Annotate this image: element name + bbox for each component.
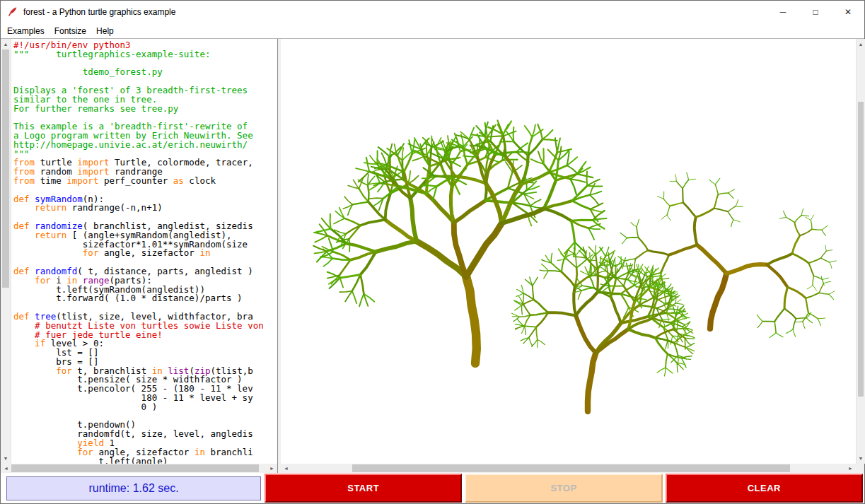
maximize-button[interactable]: □ <box>799 1 832 23</box>
code-pane: ▲ ▼ #!/usr/bin/env python3""" turtlegrap… <box>1 39 278 464</box>
statusbar: runtime: 1.62 sec. START STOP CLEAR <box>1 473 864 503</box>
code-line: t.forward( (1.0 * distance)/parts ) <box>13 294 277 303</box>
canvas-vertical-scrollbar[interactable]: ▲ ▼ <box>856 39 865 464</box>
menubar: ExamplesFontsizeHelp <box>1 23 864 38</box>
code-hscroll-trough[interactable] <box>11 464 267 473</box>
minimize-icon: ─ <box>780 7 786 17</box>
canvas-horizontal-scrollbar[interactable]: ◄ ► <box>281 464 856 473</box>
code-vscroll-thumb[interactable] <box>2 49 9 288</box>
menu-examples[interactable]: Examples <box>2 25 50 37</box>
menu-fontsize[interactable]: Fontsize <box>50 25 91 37</box>
close-button[interactable]: ✕ <box>832 1 864 23</box>
code-line: For further remarks see tree.py <box>13 105 277 114</box>
code-text[interactable]: #!/usr/bin/env python3""" turtlegraphics… <box>11 39 277 464</box>
code-horizontal-scrollbar[interactable]: ◄ ► <box>1 464 278 473</box>
close-icon: ✕ <box>844 7 852 17</box>
stop-button[interactable]: STOP <box>465 474 662 503</box>
window-controls: ─ □ ✕ <box>767 1 864 23</box>
scroll-left-icon[interactable]: ◄ <box>1 464 11 473</box>
scroll-up-icon[interactable]: ▲ <box>1 39 11 49</box>
canvas-vscroll-trough[interactable] <box>857 49 865 453</box>
app-window: forest - a Python turtle graphics exampl… <box>0 0 865 504</box>
code-line: t.left(angle) <box>13 457 277 464</box>
code-vertical-scrollbar[interactable]: ▲ ▼ <box>1 39 11 464</box>
code-line: http://homepage.univie.ac.at/erich.neuwi… <box>13 141 277 150</box>
canvas-pane: ▲ ▼ <box>281 39 865 464</box>
scroll-down-icon[interactable]: ▼ <box>857 453 865 464</box>
scroll-left-icon[interactable]: ◄ <box>281 464 291 473</box>
code-line: for angle, sizefactor in <box>13 249 277 258</box>
code-line: 0 ) <box>13 403 277 412</box>
code-vscroll-trough[interactable] <box>1 49 11 453</box>
turtle-canvas[interactable] <box>281 39 856 464</box>
scroll-right-icon[interactable]: ► <box>845 464 856 473</box>
scroll-up-icon[interactable]: ▲ <box>857 39 865 49</box>
code-line: from time import perf_counter as clock <box>13 177 277 186</box>
code-line: return randrange(-n,n+1) <box>13 204 277 213</box>
canvas-hscroll-thumb[interactable] <box>352 464 790 472</box>
canvas-vscroll-thumb[interactable] <box>858 102 864 397</box>
main-area: ▲ ▼ #!/usr/bin/env python3""" turtlegrap… <box>1 38 864 464</box>
menu-help[interactable]: Help <box>91 25 119 37</box>
app-icon <box>7 6 18 18</box>
titlebar: forest - a Python turtle graphics exampl… <box>1 1 864 23</box>
clear-button[interactable]: CLEAR <box>666 474 863 503</box>
minimize-button[interactable]: ─ <box>767 1 799 23</box>
horizontal-scroll-row: ◄ ► ◄ ► <box>1 464 864 473</box>
scroll-right-icon[interactable]: ► <box>267 464 277 473</box>
scroll-down-icon[interactable]: ▼ <box>1 453 11 464</box>
canvas-hscroll-trough[interactable] <box>291 464 845 473</box>
maximize-icon: □ <box>813 7 818 17</box>
code-hscroll-thumb[interactable] <box>11 464 259 472</box>
scrollbar-corner <box>856 464 864 473</box>
start-button[interactable]: START <box>265 474 462 503</box>
code-line: tdemo_forest.py <box>13 68 277 77</box>
code-line: """ turtlegraphics-example-suite: <box>13 50 277 59</box>
window-title: forest - a Python turtle graphics exampl… <box>23 7 175 17</box>
runtime-label: runtime: 1.62 sec. <box>6 476 261 500</box>
